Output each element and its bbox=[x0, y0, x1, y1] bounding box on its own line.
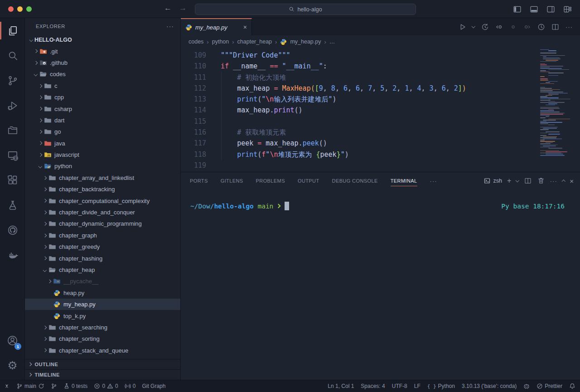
tree-item-chapter-greedy[interactable]: chapter_greedy bbox=[25, 241, 180, 252]
tree-item--github[interactable]: .github bbox=[25, 57, 180, 68]
tree-item-java[interactable]: java bbox=[25, 138, 180, 149]
activity-run-and-debug-icon[interactable] bbox=[0, 93, 25, 118]
statusbar-language-mode[interactable]: { }Python bbox=[427, 383, 455, 389]
tree-item-dart[interactable]: dart bbox=[25, 115, 180, 126]
compare-icon[interactable] bbox=[508, 21, 518, 32]
chevron-right-icon[interactable] bbox=[41, 257, 48, 260]
statusbar-indentation[interactable]: Spaces: 4 bbox=[361, 383, 385, 389]
code-line-118[interactable]: 118 print(f"\n堆顶元素为 {peek}") bbox=[181, 149, 580, 160]
chevron-right-icon[interactable] bbox=[37, 154, 44, 156]
tree-item-chapter-dynamic-programming[interactable]: chapter_dynamic_programming bbox=[25, 218, 180, 229]
layout-sidebar-right-icon[interactable] bbox=[545, 4, 556, 15]
chevron-right-icon[interactable] bbox=[41, 246, 48, 248]
chevron-right-icon[interactable] bbox=[41, 223, 48, 225]
breadcrumb-item[interactable]: chapter_heap bbox=[237, 39, 272, 45]
tree-item--pycache-[interactable]: __pycache__ bbox=[25, 276, 180, 287]
statusbar-cursor-position[interactable]: Ln 1, Col 1 bbox=[328, 383, 354, 389]
activity-search-icon[interactable] bbox=[0, 43, 25, 68]
code-line-113[interactable]: 113 print("\n输入列表并建堆后") bbox=[181, 94, 580, 105]
more-actions-icon[interactable]: ··· bbox=[550, 178, 557, 184]
more-actions-icon[interactable]: ··· bbox=[564, 21, 575, 32]
close-tab-icon[interactable]: × bbox=[243, 24, 247, 31]
new-terminal-icon[interactable]: + bbox=[507, 177, 511, 184]
statusbar-tests-status[interactable]: 0 tests bbox=[63, 383, 87, 389]
run-icon[interactable] bbox=[457, 21, 468, 32]
terminal-shell-selector[interactable]: zsh bbox=[483, 177, 502, 184]
split-terminal-icon[interactable] bbox=[524, 177, 532, 185]
gitlens-clock-icon[interactable] bbox=[536, 21, 546, 32]
panel-tab-ports[interactable]: PORTS bbox=[190, 172, 208, 189]
settings-button[interactable]: ⚙ bbox=[0, 353, 25, 378]
statusbar-remote-indicator[interactable] bbox=[4, 383, 10, 389]
tree-root-hello-algo[interactable]: HELLO-ALGO bbox=[25, 34, 180, 45]
chevron-right-icon[interactable] bbox=[37, 96, 44, 99]
statusbar-copilot[interactable] bbox=[523, 383, 530, 389]
panel-tab-debug-console[interactable]: DEBUG CONSOLE bbox=[332, 172, 378, 189]
statusbar-ports-status[interactable]: 0 bbox=[125, 383, 136, 389]
panel-tabs-more-icon[interactable]: ··· bbox=[430, 178, 437, 184]
history-forward-button[interactable]: → bbox=[179, 4, 187, 13]
code-line-114[interactable]: 114 max_heap.print() bbox=[181, 105, 580, 116]
statusbar-prettier[interactable]: Prettier bbox=[536, 383, 562, 389]
panel-tab-output[interactable]: OUTPUT bbox=[298, 172, 319, 189]
tree-item-heap-py[interactable]: heap.py bbox=[25, 287, 180, 299]
chevron-right-icon[interactable] bbox=[41, 177, 48, 179]
tab-my-heap[interactable]: my_heap.py × bbox=[181, 18, 252, 35]
layout-sidebar-left-icon[interactable] bbox=[512, 4, 522, 15]
maximize-window-button[interactable] bbox=[26, 6, 32, 12]
chevron-right-icon[interactable] bbox=[37, 85, 44, 87]
tree-item-chapter-searching[interactable]: chapter_searching bbox=[25, 322, 180, 333]
tree-item-python[interactable]: python bbox=[25, 160, 180, 172]
activity-extensions-icon[interactable] bbox=[0, 168, 25, 193]
statusbar-branch-status[interactable]: main bbox=[16, 383, 44, 389]
tree-item-chapter-hashing[interactable]: chapter_hashing bbox=[25, 252, 180, 264]
chevron-right-icon[interactable] bbox=[46, 280, 53, 283]
chevron-right-icon[interactable] bbox=[37, 142, 44, 145]
statusbar-python-interpreter[interactable]: 3.10.13 ('base': conda) bbox=[462, 383, 517, 389]
chevron-right-icon[interactable] bbox=[41, 188, 48, 191]
close-panel-icon[interactable]: × bbox=[570, 178, 574, 184]
chevron-right-icon[interactable] bbox=[37, 107, 44, 110]
code-line-117[interactable]: 117 peek = max_heap.peek() bbox=[181, 138, 580, 149]
chevron-down-icon[interactable] bbox=[28, 39, 34, 41]
kill-terminal-icon[interactable] bbox=[537, 177, 545, 185]
tree-item-chapter-stack-and-queue[interactable]: chapter_stack_and_queue bbox=[25, 345, 180, 356]
explorer-more-actions[interactable]: ··· bbox=[166, 23, 174, 30]
code-line-112[interactable]: 112 max_heap = MaxHeap([9, 8, 6, 6, 7, 5… bbox=[181, 83, 580, 94]
chevron-right-icon[interactable] bbox=[32, 62, 39, 64]
compare-prev-icon[interactable] bbox=[493, 21, 504, 32]
tree-item-top-k-py[interactable]: top_k.py bbox=[25, 310, 180, 321]
tree-item-chapter-array-and-linkedlist[interactable]: chapter_array_and_linkedlist bbox=[25, 172, 180, 184]
maximize-panel-icon[interactable] bbox=[562, 179, 565, 183]
chevron-right-icon[interactable] bbox=[41, 338, 48, 340]
chevron-right-icon[interactable] bbox=[37, 119, 44, 122]
panel-tab-terminal[interactable]: TERMINAL bbox=[391, 172, 417, 189]
code-line-110[interactable]: 110if __name__ == "__main__": bbox=[181, 61, 580, 72]
chevron-down-icon[interactable] bbox=[41, 269, 48, 271]
activity-remote-explorer-icon[interactable] bbox=[0, 143, 25, 168]
tree-item-chapter-heap[interactable]: chapter_heap bbox=[25, 264, 180, 276]
tree-item-csharp[interactable]: csharp bbox=[25, 103, 180, 114]
code-line-111[interactable]: 111 # 初始化大顶堆 bbox=[181, 72, 580, 83]
statusbar-encoding[interactable]: UTF-8 bbox=[392, 383, 407, 389]
tree-item-codes[interactable]: codes bbox=[25, 68, 180, 80]
breadcrumb-item[interactable]: … bbox=[329, 39, 335, 45]
accounts-button[interactable]: 1 bbox=[0, 328, 25, 353]
tree-item--git[interactable]: .git bbox=[25, 45, 180, 57]
minimize-window-button[interactable] bbox=[17, 6, 23, 12]
statusbar-git-graph-button[interactable] bbox=[51, 383, 57, 389]
panel-tab-problems[interactable]: PROBLEMS bbox=[256, 172, 285, 189]
run-dropdown-icon[interactable] bbox=[471, 21, 476, 32]
terminal-dropdown-icon[interactable] bbox=[516, 180, 519, 182]
code-editor[interactable]: 109"""Driver Code"""110if __name__ == "_… bbox=[181, 48, 580, 172]
command-center-search[interactable]: hello-algo bbox=[195, 4, 416, 15]
code-line-119[interactable]: 119 bbox=[181, 160, 580, 171]
compare-next-icon[interactable] bbox=[522, 21, 532, 32]
activity-folders-icon[interactable] bbox=[0, 118, 25, 143]
chevron-down-icon[interactable] bbox=[37, 165, 44, 168]
chevron-right-icon[interactable] bbox=[41, 326, 48, 329]
activity-testing-icon[interactable] bbox=[0, 193, 25, 218]
activity-explorer-icon[interactable] bbox=[0, 18, 25, 43]
activity-github-icon[interactable] bbox=[0, 218, 25, 242]
section-timeline[interactable]: TIMELINE bbox=[25, 369, 180, 380]
